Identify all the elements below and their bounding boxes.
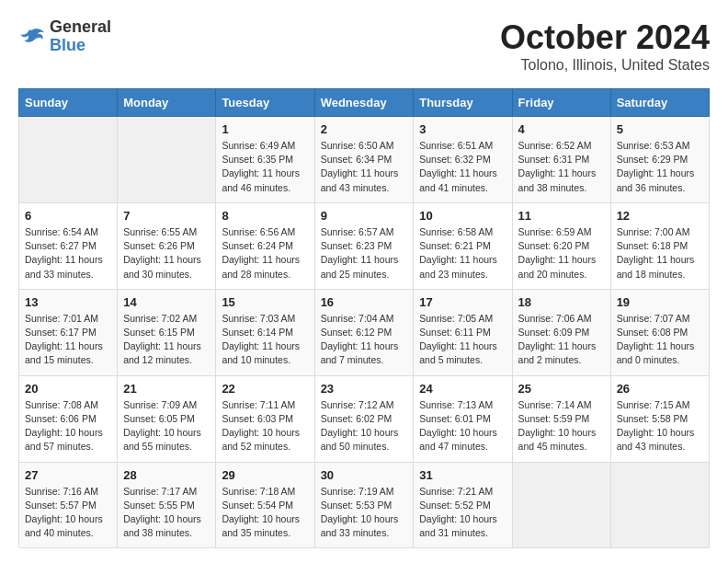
day-info: Sunrise: 7:06 AMSunset: 6:09 PMDaylight:… xyxy=(518,312,605,368)
header-sunday: Sunday xyxy=(19,89,118,117)
day-number: 2 xyxy=(321,122,408,136)
page-title: October 2024 xyxy=(500,18,710,57)
day-info: Sunrise: 7:21 AMSunset: 5:52 PMDaylight:… xyxy=(419,485,506,541)
day-info: Sunrise: 6:51 AMSunset: 6:32 PMDaylight:… xyxy=(419,139,506,195)
day-info: Sunrise: 7:05 AMSunset: 6:11 PMDaylight:… xyxy=(419,312,506,368)
calendar-cell: 5Sunrise: 6:53 AMSunset: 6:29 PMDaylight… xyxy=(610,117,709,203)
day-info: Sunrise: 7:13 AMSunset: 6:01 PMDaylight:… xyxy=(419,398,506,454)
header-friday: Friday xyxy=(512,89,610,117)
day-info: Sunrise: 7:15 AMSunset: 5:58 PMDaylight:… xyxy=(617,398,703,454)
day-info: Sunrise: 6:53 AMSunset: 6:29 PMDaylight:… xyxy=(617,139,703,195)
calendar-cell: 4Sunrise: 6:52 AMSunset: 6:31 PMDaylight… xyxy=(512,117,610,203)
day-number: 5 xyxy=(617,122,703,136)
calendar-cell xyxy=(610,462,709,548)
calendar-cell: 13Sunrise: 7:01 AMSunset: 6:17 PMDayligh… xyxy=(19,289,118,375)
calendar-cell: 19Sunrise: 7:07 AMSunset: 6:08 PMDayligh… xyxy=(610,289,709,375)
calendar-week-0: 1Sunrise: 6:49 AMSunset: 6:35 PMDaylight… xyxy=(19,117,710,203)
calendar-cell xyxy=(118,117,216,203)
day-info: Sunrise: 7:14 AMSunset: 5:59 PMDaylight:… xyxy=(518,398,605,454)
logo: General Blue xyxy=(18,18,111,55)
calendar-cell: 17Sunrise: 7:05 AMSunset: 6:11 PMDayligh… xyxy=(414,289,512,375)
day-info: Sunrise: 7:12 AMSunset: 6:02 PMDaylight:… xyxy=(321,398,408,454)
day-number: 21 xyxy=(123,382,210,396)
day-info: Sunrise: 6:58 AMSunset: 6:21 PMDaylight:… xyxy=(419,225,506,282)
logo-general: General xyxy=(50,18,111,37)
day-info: Sunrise: 6:54 AMSunset: 6:27 PMDaylight:… xyxy=(25,225,111,282)
day-info: Sunrise: 7:03 AMSunset: 6:14 PMDaylight:… xyxy=(222,312,308,368)
calendar-cell: 26Sunrise: 7:15 AMSunset: 5:58 PMDayligh… xyxy=(610,375,709,462)
day-info: Sunrise: 7:02 AMSunset: 6:15 PMDaylight:… xyxy=(123,312,210,368)
header-tuesday: Tuesday xyxy=(216,89,314,117)
day-number: 12 xyxy=(617,209,703,223)
day-info: Sunrise: 7:11 AMSunset: 6:03 PMDaylight:… xyxy=(222,398,308,454)
day-number: 23 xyxy=(321,382,408,396)
day-number: 9 xyxy=(321,209,408,223)
calendar-cell: 18Sunrise: 7:06 AMSunset: 6:09 PMDayligh… xyxy=(512,289,610,375)
day-number: 18 xyxy=(518,295,605,309)
calendar-cell: 14Sunrise: 7:02 AMSunset: 6:15 PMDayligh… xyxy=(118,289,216,375)
day-number: 19 xyxy=(617,295,703,309)
day-number: 25 xyxy=(518,382,605,396)
calendar-cell: 27Sunrise: 7:16 AMSunset: 5:57 PMDayligh… xyxy=(19,462,118,548)
calendar-cell: 24Sunrise: 7:13 AMSunset: 6:01 PMDayligh… xyxy=(414,375,512,462)
header-saturday: Saturday xyxy=(610,89,709,117)
calendar-table: SundayMondayTuesdayWednesdayThursdayFrid… xyxy=(18,88,710,548)
page-header: General Blue October 2024 Tolono, Illino… xyxy=(18,18,710,74)
day-number: 1 xyxy=(222,122,308,136)
day-info: Sunrise: 6:57 AMSunset: 6:23 PMDaylight:… xyxy=(321,225,408,282)
day-number: 31 xyxy=(419,468,506,482)
day-info: Sunrise: 7:07 AMSunset: 6:08 PMDaylight:… xyxy=(617,312,703,368)
day-number: 22 xyxy=(222,382,308,396)
day-number: 29 xyxy=(222,468,308,482)
calendar-cell: 15Sunrise: 7:03 AMSunset: 6:14 PMDayligh… xyxy=(216,289,314,375)
calendar-cell: 10Sunrise: 6:58 AMSunset: 6:21 PMDayligh… xyxy=(414,202,512,289)
page-subtitle: Tolono, Illinois, United States xyxy=(500,57,710,74)
logo-icon xyxy=(18,28,46,46)
calendar-cell: 8Sunrise: 6:56 AMSunset: 6:24 PMDaylight… xyxy=(216,202,314,289)
day-info: Sunrise: 7:04 AMSunset: 6:12 PMDaylight:… xyxy=(321,312,408,368)
calendar-cell: 9Sunrise: 6:57 AMSunset: 6:23 PMDaylight… xyxy=(314,202,414,289)
calendar-cell: 31Sunrise: 7:21 AMSunset: 5:52 PMDayligh… xyxy=(414,462,512,548)
day-number: 8 xyxy=(222,209,308,223)
day-info: Sunrise: 7:01 AMSunset: 6:17 PMDaylight:… xyxy=(25,312,111,368)
day-info: Sunrise: 7:09 AMSunset: 6:05 PMDaylight:… xyxy=(123,398,210,454)
calendar-cell: 30Sunrise: 7:19 AMSunset: 5:53 PMDayligh… xyxy=(314,462,414,548)
header-wednesday: Wednesday xyxy=(314,89,414,117)
day-info: Sunrise: 7:08 AMSunset: 6:06 PMDaylight:… xyxy=(25,398,111,454)
day-info: Sunrise: 6:50 AMSunset: 6:34 PMDaylight:… xyxy=(321,139,408,195)
calendar-cell xyxy=(512,462,610,548)
day-info: Sunrise: 6:52 AMSunset: 6:31 PMDaylight:… xyxy=(518,139,605,195)
calendar-cell: 16Sunrise: 7:04 AMSunset: 6:12 PMDayligh… xyxy=(314,289,414,375)
day-number: 11 xyxy=(518,209,605,223)
calendar-header-row: SundayMondayTuesdayWednesdayThursdayFrid… xyxy=(19,89,710,117)
day-number: 26 xyxy=(617,382,703,396)
day-number: 10 xyxy=(419,209,506,223)
day-number: 24 xyxy=(419,382,506,396)
calendar-cell: 28Sunrise: 7:17 AMSunset: 5:55 PMDayligh… xyxy=(118,462,216,548)
calendar-week-2: 13Sunrise: 7:01 AMSunset: 6:17 PMDayligh… xyxy=(19,289,710,375)
header-thursday: Thursday xyxy=(414,89,512,117)
calendar-cell: 3Sunrise: 6:51 AMSunset: 6:32 PMDaylight… xyxy=(414,117,512,203)
calendar-week-1: 6Sunrise: 6:54 AMSunset: 6:27 PMDaylight… xyxy=(19,202,710,289)
calendar-cell: 21Sunrise: 7:09 AMSunset: 6:05 PMDayligh… xyxy=(118,375,216,462)
calendar-cell: 7Sunrise: 6:55 AMSunset: 6:26 PMDaylight… xyxy=(118,202,216,289)
day-number: 15 xyxy=(222,295,308,309)
day-number: 20 xyxy=(25,382,111,396)
day-info: Sunrise: 7:00 AMSunset: 6:18 PMDaylight:… xyxy=(617,225,703,282)
calendar-cell: 1Sunrise: 6:49 AMSunset: 6:35 PMDaylight… xyxy=(216,117,314,203)
day-info: Sunrise: 7:19 AMSunset: 5:53 PMDaylight:… xyxy=(321,485,408,541)
calendar-cell: 11Sunrise: 6:59 AMSunset: 6:20 PMDayligh… xyxy=(512,202,610,289)
day-info: Sunrise: 7:17 AMSunset: 5:55 PMDaylight:… xyxy=(123,485,210,541)
day-number: 16 xyxy=(321,295,408,309)
calendar-cell xyxy=(19,117,118,203)
calendar-cell: 6Sunrise: 6:54 AMSunset: 6:27 PMDaylight… xyxy=(19,202,118,289)
day-info: Sunrise: 6:49 AMSunset: 6:35 PMDaylight:… xyxy=(222,139,308,195)
calendar-cell: 25Sunrise: 7:14 AMSunset: 5:59 PMDayligh… xyxy=(512,375,610,462)
day-info: Sunrise: 7:16 AMSunset: 5:57 PMDaylight:… xyxy=(25,485,111,541)
day-info: Sunrise: 7:18 AMSunset: 5:54 PMDaylight:… xyxy=(222,485,308,541)
calendar-week-4: 27Sunrise: 7:16 AMSunset: 5:57 PMDayligh… xyxy=(19,462,710,548)
day-number: 30 xyxy=(321,468,408,482)
calendar-cell: 2Sunrise: 6:50 AMSunset: 6:34 PMDaylight… xyxy=(314,117,414,203)
title-section: October 2024 Tolono, Illinois, United St… xyxy=(500,18,710,74)
day-number: 13 xyxy=(25,295,111,309)
